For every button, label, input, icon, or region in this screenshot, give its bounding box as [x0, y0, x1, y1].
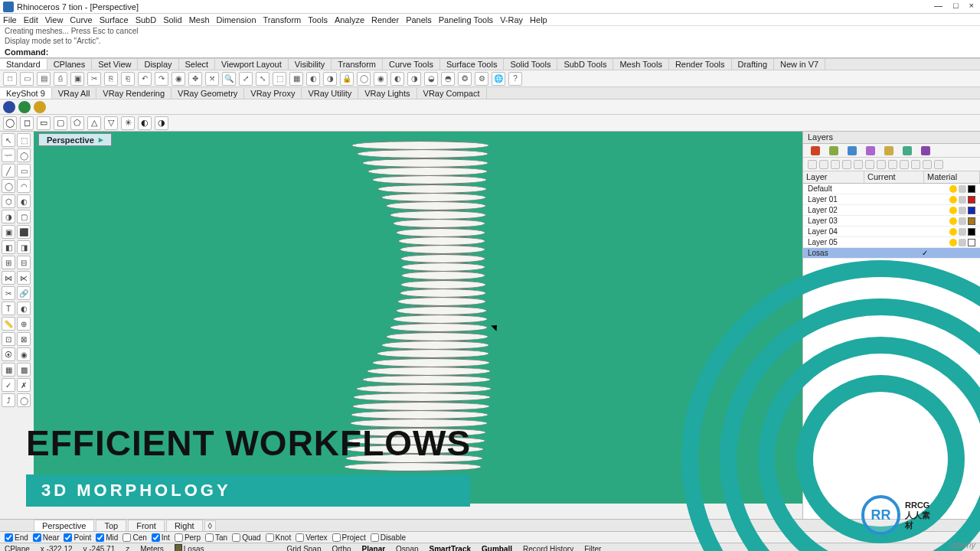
- left-tool-35[interactable]: ◯: [17, 393, 31, 407]
- left-tool-22[interactable]: T: [2, 302, 15, 315]
- minimize-button[interactable]: —: [931, 1, 946, 10]
- left-tool-10[interactable]: ◑: [2, 210, 15, 223]
- left-tool-32[interactable]: ✓: [2, 378, 15, 392]
- std-tool-22[interactable]: ◉: [374, 72, 387, 86]
- std-tool-21[interactable]: ◯: [357, 72, 371, 86]
- osnap-checkbox[interactable]: [96, 533, 104, 542]
- left-tool-4[interactable]: ╱: [2, 164, 15, 178]
- layer-panel-cat-1[interactable]: [829, 146, 838, 155]
- sub-tool-2[interactable]: ▭: [37, 116, 51, 130]
- visibility-icon[interactable]: [949, 239, 957, 246]
- osnap-checkbox[interactable]: [33, 533, 41, 542]
- left-tool-7[interactable]: ◠: [17, 179, 31, 193]
- tab-display[interactable]: Display: [138, 59, 178, 70]
- osnap-knot[interactable]: Knot: [266, 533, 292, 542]
- vray-tool-0[interactable]: [3, 101, 15, 113]
- tab-surface-tools[interactable]: Surface Tools: [440, 59, 504, 70]
- left-tool-1[interactable]: ⬚: [17, 133, 31, 147]
- std-tool-0[interactable]: □: [3, 72, 17, 86]
- osnap-checkbox[interactable]: [332, 533, 341, 542]
- menu-file[interactable]: File: [3, 15, 17, 24]
- left-tool-25[interactable]: ⊕: [17, 317, 31, 331]
- tab-transform[interactable]: Transform: [332, 59, 383, 70]
- layer-panel-cat-4[interactable]: [884, 146, 893, 155]
- sub-tool-3[interactable]: ▢: [54, 116, 67, 130]
- std-tool-9[interactable]: ↷: [155, 72, 168, 86]
- status-layer[interactable]: Losas: [175, 544, 204, 551]
- std-tool-4[interactable]: ▣: [70, 72, 84, 86]
- menu-view[interactable]: View: [45, 15, 64, 24]
- menu-dimension[interactable]: Dimension: [217, 15, 256, 24]
- std-tool-13[interactable]: 🔍: [222, 72, 236, 86]
- sub-tool-7[interactable]: ✳: [121, 116, 135, 130]
- layer-panel-tool-2[interactable]: [831, 160, 840, 169]
- layer-panel-cat-5[interactable]: [903, 146, 912, 155]
- std-tool-3[interactable]: ⎙: [54, 72, 67, 86]
- status-toggle-gumball[interactable]: Gumball: [482, 545, 512, 552]
- layer-panel-cat-6[interactable]: [921, 146, 930, 155]
- left-tool-13[interactable]: ⬛: [17, 225, 31, 239]
- menu-analyze[interactable]: Analyze: [335, 15, 364, 24]
- left-tool-26[interactable]: ⊡: [2, 332, 15, 346]
- left-tool-24[interactable]: 📏: [2, 317, 15, 331]
- left-tool-31[interactable]: ▩: [17, 363, 31, 377]
- tab-drafting[interactable]: Drafting: [732, 59, 775, 70]
- vray-tab-keyshot-9[interactable]: KeyShot 9: [0, 88, 52, 99]
- layer-panel-tool-5[interactable]: [865, 160, 874, 169]
- left-tool-30[interactable]: ▦: [2, 363, 15, 377]
- menu-render[interactable]: Render: [371, 15, 399, 24]
- layer-panel-tool-4[interactable]: [854, 160, 863, 169]
- osnap-cen[interactable]: Cen: [122, 533, 146, 542]
- std-tool-23[interactable]: ◐: [390, 72, 404, 86]
- std-tool-1[interactable]: ▭: [20, 72, 34, 86]
- std-tool-12[interactable]: ⤧: [205, 72, 219, 86]
- visibility-icon[interactable]: [949, 217, 957, 225]
- layer-panel-tool-1[interactable]: [819, 160, 828, 169]
- tab-solid-tools[interactable]: Solid Tools: [504, 59, 557, 70]
- menu-mesh[interactable]: Mesh: [189, 15, 210, 24]
- menu-v-ray[interactable]: V-Ray: [500, 15, 523, 24]
- lock-icon[interactable]: [959, 185, 966, 193]
- osnap-checkbox[interactable]: [64, 533, 72, 542]
- vray-tab-vray-all[interactable]: VRay All: [52, 88, 97, 99]
- sub-tool-8[interactable]: ◐: [138, 116, 152, 130]
- left-tool-27[interactable]: ⊠: [17, 332, 31, 346]
- layer-row[interactable]: Layer 02: [803, 205, 980, 216]
- layer-row[interactable]: Losas✓: [803, 248, 980, 259]
- command-input[interactable]: [51, 47, 975, 57]
- std-tool-14[interactable]: ⤢: [239, 72, 253, 86]
- left-tool-2[interactable]: 〰: [2, 148, 15, 162]
- vray-tab-vray-compact[interactable]: VRay Compact: [417, 88, 487, 99]
- osnap-checkbox[interactable]: [205, 533, 214, 542]
- left-tool-5[interactable]: ▭: [17, 164, 31, 178]
- layer-row[interactable]: Layer 04: [803, 227, 980, 237]
- maximize-button[interactable]: □: [950, 1, 962, 10]
- std-tool-24[interactable]: ◑: [407, 72, 421, 86]
- std-tool-30[interactable]: ?: [508, 72, 522, 86]
- layer-panel-tool-8[interactable]: [900, 160, 909, 169]
- osnap-checkbox[interactable]: [232, 533, 240, 542]
- osnap-end[interactable]: End: [5, 533, 28, 542]
- std-tool-2[interactable]: ▤: [37, 72, 51, 86]
- layer-panel-cat-2[interactable]: [848, 146, 857, 155]
- osnap-int[interactable]: Int: [152, 533, 170, 542]
- status-toggle-smarttrack[interactable]: SmartTrack: [430, 545, 471, 552]
- layer-panel-tool-10[interactable]: [923, 160, 932, 169]
- std-tool-10[interactable]: ◉: [172, 72, 185, 86]
- left-tool-19[interactable]: ⋉: [17, 271, 31, 285]
- std-tool-8[interactable]: ↶: [138, 72, 152, 86]
- std-tool-11[interactable]: ✥: [188, 72, 202, 86]
- left-tool-0[interactable]: ↖: [2, 133, 15, 147]
- left-tool-9[interactable]: ◐: [17, 194, 31, 208]
- std-tool-15[interactable]: ⤡: [256, 72, 270, 86]
- vray-tab-vray-rendering[interactable]: VRay Rendering: [96, 88, 172, 99]
- visibility-icon[interactable]: [949, 185, 957, 193]
- std-tool-25[interactable]: ◒: [424, 72, 438, 86]
- left-tool-3[interactable]: ◯: [17, 148, 31, 162]
- std-tool-6[interactable]: ⎘: [104, 72, 118, 86]
- left-tool-16[interactable]: ⊞: [2, 256, 15, 269]
- status-toggle-ortho[interactable]: Ortho: [332, 545, 351, 552]
- tab-select[interactable]: Select: [179, 59, 216, 70]
- osnap-mid[interactable]: Mid: [96, 533, 118, 542]
- viewport-dropdown-icon[interactable]: ▸: [99, 135, 103, 145]
